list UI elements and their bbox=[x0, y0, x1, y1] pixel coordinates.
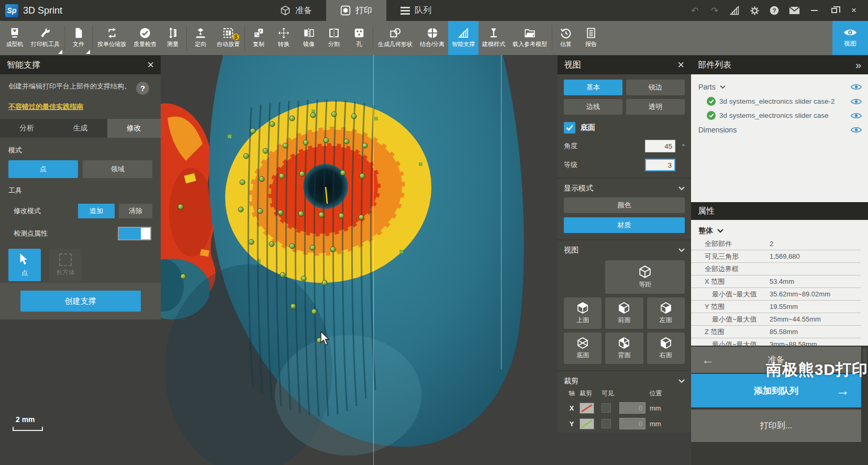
mode-label: 模式 bbox=[8, 146, 152, 155]
mirror-icon bbox=[303, 27, 315, 39]
part-row[interactable]: 3d systems_electronics slider case-2 bbox=[691, 94, 868, 108]
mode-region-button[interactable]: 领域 bbox=[83, 160, 152, 178]
dimensions-row[interactable]: Dimensions bbox=[691, 123, 868, 137]
view-top-label: 上面 bbox=[576, 316, 589, 325]
scale-bar: 2 mm bbox=[13, 415, 43, 431]
tab-print[interactable]: 打印 bbox=[326, 0, 386, 21]
toolbutton-auto-place[interactable]: β 自动放置 bbox=[213, 21, 243, 55]
toolbutton-hole[interactable]: 孔 bbox=[347, 21, 372, 55]
close-icon[interactable]: × bbox=[845, 3, 863, 18]
minimize-icon[interactable] bbox=[805, 3, 823, 18]
view-top-button[interactable]: 上面 bbox=[564, 297, 602, 329]
clip-y-position-input[interactable] bbox=[619, 418, 646, 429]
toolbutton-report[interactable]: 报告 bbox=[578, 21, 604, 55]
print-to-label: 打印到... bbox=[760, 420, 792, 431]
collapse-panel-icon[interactable]: » bbox=[855, 59, 861, 71]
clip-y-swatch[interactable] bbox=[580, 418, 594, 429]
view-toggle-button[interactable]: 视图 bbox=[832, 21, 868, 55]
tab-generate[interactable]: 生成 bbox=[53, 119, 107, 138]
point-tool-button[interactable]: 点 bbox=[8, 249, 41, 281]
mode-point-button[interactable]: 点 bbox=[8, 160, 78, 178]
help-icon[interactable]: ? bbox=[765, 3, 783, 18]
display-material-button[interactable]: 材质 bbox=[564, 217, 685, 233]
check-circle-icon bbox=[139, 27, 151, 39]
scale-loop-icon bbox=[106, 27, 118, 39]
tab-modify[interactable]: 修改 bbox=[107, 119, 161, 138]
printer-icon bbox=[9, 27, 20, 39]
toolbutton-combine-separate[interactable]: 结合/分离 bbox=[416, 21, 448, 55]
append-button[interactable]: 追加 bbox=[78, 204, 115, 218]
app-logo: Sp bbox=[5, 4, 18, 17]
shade-sharp-edges-button[interactable]: 锐边 bbox=[626, 80, 685, 95]
box-tool-button[interactable]: 长方体 bbox=[49, 249, 82, 281]
toolbutton-file[interactable]: 文件 bbox=[66, 21, 91, 55]
properties-group-label: 整体 bbox=[698, 226, 713, 236]
mouse-cursor bbox=[320, 331, 332, 347]
toolbutton-printer-tools[interactable]: 打印机工具 bbox=[27, 21, 63, 55]
part-name: 3d systems_electronics slider case bbox=[719, 112, 829, 119]
create-supports-button[interactable]: 创建支撑 bbox=[20, 291, 141, 312]
part-row[interactable]: 3d systems_electronics slider case bbox=[691, 108, 868, 123]
shade-edges-button[interactable]: 边线 bbox=[564, 99, 622, 115]
print-to-button[interactable]: 打印到... bbox=[691, 409, 861, 442]
close-panel-icon[interactable]: × bbox=[147, 59, 154, 71]
visibility-eye-icon[interactable] bbox=[851, 126, 862, 134]
toolbutton-estimate[interactable]: 估算 bbox=[553, 21, 578, 55]
redo-icon[interactable]: ↷ bbox=[706, 3, 724, 18]
best-practices-link[interactable]: 不容错过的最佳实践指南 bbox=[8, 102, 83, 112]
tab-prepare[interactable]: 准备 bbox=[266, 0, 326, 21]
toolbutton-transform[interactable]: 转换 bbox=[271, 21, 296, 55]
toolbutton-mirror[interactable]: 镜像 bbox=[296, 21, 321, 55]
toolbutton-build-style[interactable]: 建模样式 bbox=[478, 21, 509, 55]
part-name: 3d systems_electronics slider case-2 bbox=[719, 97, 835, 105]
visibility-eye-icon[interactable] bbox=[851, 83, 862, 91]
status-chart-icon[interactable] bbox=[726, 3, 743, 18]
toolbutton-label: 质量检查 bbox=[133, 40, 157, 48]
level-input[interactable] bbox=[645, 159, 675, 171]
tab-queue[interactable]: 队列 bbox=[386, 0, 446, 21]
clip-x-visible-checkbox[interactable] bbox=[602, 403, 611, 413]
toolbutton-generate-geometry[interactable]: 生成几何形状 bbox=[374, 21, 416, 55]
mail-icon[interactable] bbox=[785, 3, 803, 18]
view-front-button[interactable]: 前面 bbox=[605, 297, 643, 329]
undo-icon[interactable]: ↶ bbox=[686, 3, 704, 18]
point-color-swatch[interactable] bbox=[118, 227, 151, 240]
toolbutton-scale-units[interactable]: 按单位缩放 bbox=[94, 21, 130, 55]
toolbutton-split[interactable]: 分割 bbox=[321, 21, 347, 55]
toolbutton-quality-check[interactable]: 质量检查 bbox=[130, 21, 160, 55]
angle-input[interactable] bbox=[645, 140, 675, 152]
view-bottom-button[interactable]: 底面 bbox=[564, 333, 602, 364]
toolbutton-printer[interactable]: 成型机 bbox=[2, 21, 27, 55]
clip-x-position-input[interactable] bbox=[619, 402, 646, 414]
parts-group-row[interactable]: Parts bbox=[691, 80, 868, 94]
properties-group-row[interactable]: 整体 bbox=[691, 224, 868, 238]
view-right-button[interactable]: 右面 bbox=[647, 333, 685, 364]
settings-gear-icon[interactable] bbox=[745, 3, 763, 18]
display-color-button[interactable]: 颜色 bbox=[564, 197, 685, 213]
clip-y-visible-checkbox[interactable] bbox=[602, 419, 611, 428]
visibility-eye-icon[interactable] bbox=[851, 98, 862, 105]
chevron-down-icon[interactable] bbox=[678, 379, 685, 383]
clip-x-swatch[interactable] bbox=[580, 403, 594, 414]
toolbutton-orient[interactable]: 定向 bbox=[188, 21, 213, 55]
toolbutton-copy[interactable]: 复制 bbox=[246, 21, 271, 55]
view-isometric-button[interactable]: 等距 bbox=[605, 260, 685, 294]
chevron-down-icon[interactable] bbox=[678, 248, 685, 252]
bottom-face-checkbox[interactable] bbox=[564, 122, 575, 134]
restore-icon[interactable] bbox=[825, 3, 843, 18]
chevron-down-icon[interactable] bbox=[678, 186, 685, 191]
shade-basic-button[interactable]: 基本 bbox=[564, 80, 622, 95]
toolbutton-measure[interactable]: 测量 bbox=[160, 21, 185, 55]
visibility-eye-icon[interactable] bbox=[851, 112, 862, 119]
shade-transparent-button[interactable]: 透明 bbox=[626, 99, 685, 115]
view-back-button[interactable]: 背面 bbox=[605, 333, 643, 364]
toolbutton-label: 复制 bbox=[253, 40, 264, 48]
view-left-button[interactable]: 左面 bbox=[647, 297, 685, 329]
help-circle-icon[interactable]: ? bbox=[136, 82, 149, 95]
clear-button[interactable]: 清除 bbox=[119, 204, 152, 218]
toolbutton-load-reference[interactable]: 载入参考模型 bbox=[509, 21, 551, 55]
close-panel-icon[interactable]: × bbox=[677, 59, 684, 71]
eye-icon bbox=[843, 28, 857, 37]
toolbutton-smart-supports[interactable]: 智能支撑 bbox=[448, 21, 478, 55]
tab-analyze[interactable]: 分析 bbox=[0, 119, 53, 138]
